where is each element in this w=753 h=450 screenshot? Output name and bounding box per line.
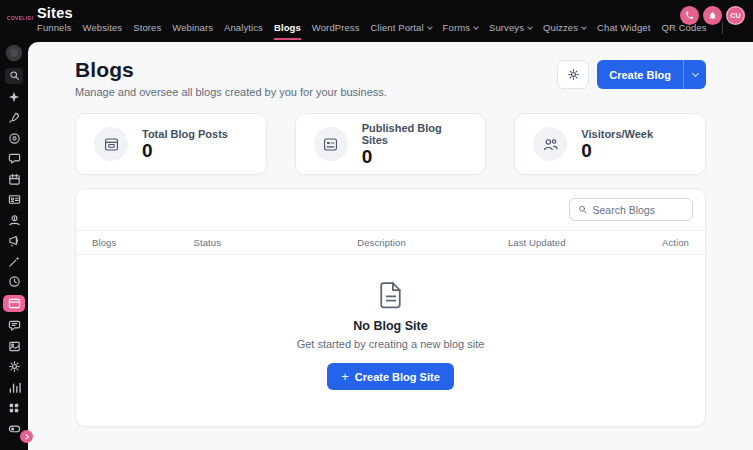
user-avatar[interactable]: CU bbox=[726, 6, 745, 25]
tab-chat-widget[interactable]: Chat Widget bbox=[597, 22, 650, 40]
app-screen: COVELIGI Sites Funnels Websites Stores W… bbox=[0, 0, 753, 450]
tab-stores[interactable]: Stores bbox=[133, 22, 161, 40]
calendar-icon bbox=[8, 173, 21, 186]
stat-label: Visitors/Week bbox=[581, 128, 653, 140]
toggle-icon bbox=[8, 422, 21, 435]
create-blog-site-label: Create Blog Site bbox=[355, 371, 440, 383]
phone-icon bbox=[685, 11, 694, 20]
tab-label: Websites bbox=[83, 22, 123, 33]
search-icon bbox=[9, 70, 20, 81]
sidebar-item-reporting[interactable] bbox=[5, 380, 23, 394]
bell-icon bbox=[708, 11, 717, 20]
tab-label: WordPress bbox=[312, 22, 360, 33]
tab-label: Quizzes bbox=[543, 22, 578, 33]
image-icon bbox=[8, 340, 21, 353]
sidebar-item-sites[interactable] bbox=[3, 295, 25, 312]
tab-label: Client Portal bbox=[371, 22, 424, 33]
sidebar-item-contacts[interactable] bbox=[5, 193, 23, 207]
tab-client-portal[interactable]: Client Portal bbox=[371, 22, 432, 40]
column-header-action: Action bbox=[617, 237, 689, 248]
sidebar-item-search[interactable] bbox=[5, 68, 23, 84]
sidebar-item-launchpad[interactable] bbox=[5, 111, 23, 125]
tab-label: Chat Widget bbox=[597, 22, 650, 33]
magic-wand-icon bbox=[8, 255, 21, 268]
tab-label: Forms bbox=[443, 22, 470, 33]
tab-label: Webinars bbox=[172, 22, 213, 33]
main-content: Blogs Manage and oversee all blogs creat… bbox=[28, 42, 753, 450]
search-icon bbox=[578, 204, 588, 215]
create-blog-button[interactable]: Create Blog bbox=[597, 60, 684, 89]
gear-icon bbox=[8, 360, 21, 373]
tab-label: Surveys bbox=[489, 22, 524, 33]
tab-label: Stores bbox=[133, 22, 161, 33]
blogs-table-card: Blogs Status Description Last Updated Ac… bbox=[75, 188, 706, 427]
empty-state: No Blog Site Get started by creating a n… bbox=[76, 255, 705, 426]
bar-chart-icon bbox=[8, 381, 21, 394]
sidebar-avatar[interactable] bbox=[6, 45, 22, 61]
sidebar-item-conversations[interactable] bbox=[5, 152, 23, 166]
chevron-right-icon bbox=[24, 434, 29, 439]
sidebar-item-ai[interactable] bbox=[5, 90, 23, 104]
column-header-blogs: Blogs bbox=[92, 237, 193, 248]
grid-icon bbox=[8, 402, 20, 414]
tab-webinars[interactable]: Webinars bbox=[172, 22, 213, 40]
tab-websites[interactable]: Websites bbox=[83, 22, 123, 40]
tab-wordpress[interactable]: WordPress bbox=[312, 22, 360, 40]
chevron-down-icon bbox=[527, 24, 533, 30]
plus-icon: + bbox=[341, 370, 349, 383]
tab-surveys[interactable]: Surveys bbox=[489, 22, 532, 40]
chevron-down-icon bbox=[581, 24, 587, 30]
sidebar-item-calendars[interactable] bbox=[5, 172, 23, 186]
blog-settings-button[interactable] bbox=[557, 60, 589, 89]
brand-logo[interactable]: COVELIGI bbox=[7, 15, 33, 21]
chevron-down-icon bbox=[473, 24, 479, 30]
sidebar-item-payments[interactable] bbox=[5, 213, 23, 227]
page-title: Blogs bbox=[75, 58, 387, 82]
sidebar-item-reputation[interactable] bbox=[5, 319, 23, 333]
tab-funnels[interactable]: Funnels bbox=[37, 22, 72, 40]
sidebar-item-social-planner[interactable] bbox=[5, 275, 23, 289]
empty-state-title: No Blog Site bbox=[353, 319, 427, 333]
stat-label: Published Blog Sites bbox=[362, 122, 468, 146]
rocket-icon bbox=[8, 111, 21, 124]
create-blog-split-button: Create Blog bbox=[597, 60, 706, 89]
phone-button[interactable] bbox=[680, 6, 699, 25]
create-blog-site-button[interactable]: + Create Blog Site bbox=[327, 363, 454, 390]
top-nav: Funnels Websites Stores Webinars Analyti… bbox=[37, 21, 723, 40]
blog-posts-icon bbox=[94, 127, 128, 161]
page-header: Blogs Manage and oversee all blogs creat… bbox=[75, 58, 706, 98]
sidebar-item-dashboard[interactable] bbox=[5, 131, 23, 145]
sidebar-item-marketing[interactable] bbox=[5, 234, 23, 248]
chat-icon bbox=[8, 152, 21, 165]
sidebar-expand-button[interactable] bbox=[20, 430, 33, 443]
published-sites-icon bbox=[314, 127, 348, 161]
page-app-title: Sites bbox=[37, 5, 723, 21]
sidebar-item-media[interactable] bbox=[5, 339, 23, 353]
target-icon bbox=[8, 132, 21, 145]
browser-window-icon bbox=[8, 297, 21, 310]
notifications-button[interactable] bbox=[703, 6, 722, 25]
chevron-down-icon bbox=[691, 70, 698, 77]
sidebar-item-integrations[interactable] bbox=[5, 360, 23, 374]
search-blogs-box bbox=[569, 198, 693, 221]
search-blogs-input[interactable] bbox=[593, 204, 685, 216]
sparkle-icon bbox=[8, 91, 20, 103]
clock-icon bbox=[8, 275, 21, 288]
create-blog-dropdown-button[interactable] bbox=[684, 60, 706, 89]
column-header-status: Status bbox=[193, 237, 306, 248]
top-header: COVELIGI Sites Funnels Websites Stores W… bbox=[0, 0, 753, 42]
sidebar-item-app-marketplace[interactable] bbox=[5, 401, 23, 415]
sidebar bbox=[0, 42, 28, 450]
column-header-last-updated: Last Updated bbox=[456, 237, 617, 248]
tab-label: Analytics bbox=[224, 22, 263, 33]
stats-row: Total Blog Posts 0 Published Blog Sites … bbox=[75, 113, 706, 175]
tab-forms[interactable]: Forms bbox=[443, 22, 478, 40]
tab-label: Blogs bbox=[274, 22, 301, 33]
tab-blogs[interactable]: Blogs bbox=[274, 22, 301, 40]
stat-value: 0 bbox=[142, 141, 228, 160]
tab-label: Funnels bbox=[37, 22, 72, 33]
sidebar-item-automation[interactable] bbox=[5, 254, 23, 268]
tab-quizzes[interactable]: Quizzes bbox=[543, 22, 586, 40]
tab-analytics[interactable]: Analytics bbox=[224, 22, 263, 40]
megaphone-icon bbox=[8, 234, 21, 247]
